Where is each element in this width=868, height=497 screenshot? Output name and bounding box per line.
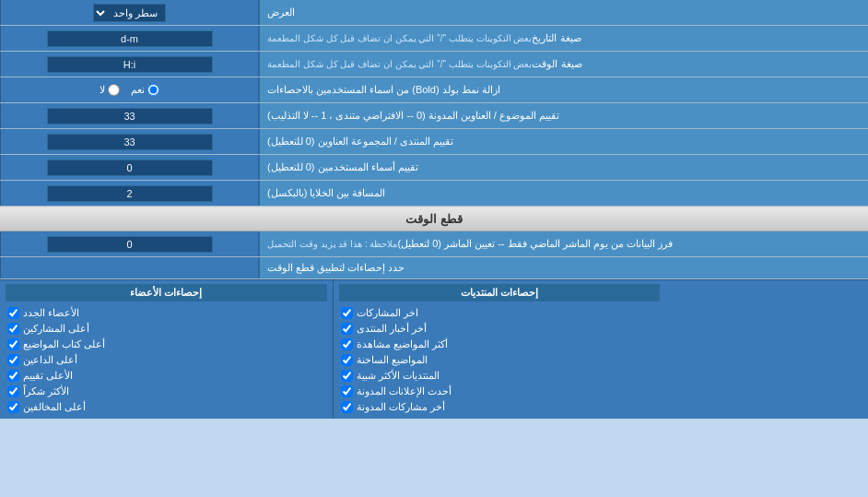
display-row: العرض سطر واحد سطران <box>0 0 868 26</box>
cutoff-label: فرز البيانات من يوم الماشر الماضي فقط --… <box>258 231 868 256</box>
forum-group-row: تقييم المنتدى / المجموعة العناوين (0 للت… <box>0 129 868 155</box>
topic-title-input[interactable] <box>47 108 213 124</box>
date-format-label: صيغة التاريخ بعض التكوينات يتطلب "/" الت… <box>258 26 868 51</box>
cb-top-inviters: أعلى الداعين <box>6 352 327 368</box>
forum-group-label: تقييم المنتدى / المجموعة العناوين (0 للت… <box>258 129 868 154</box>
time-format-row: صيغة الوقت بعض التكوينات يتطلب "/" التي … <box>0 52 868 77</box>
cb-most-viewed-input[interactable] <box>341 338 353 350</box>
cb-top-topic-writers: أعلى كتاب المواضيع <box>6 337 327 352</box>
cb-similar-forums-input[interactable] <box>341 370 353 382</box>
cb-last-posts: اخر المشاركات <box>339 305 661 321</box>
cb-top-violators: أعلى المخالفين <box>6 399 327 415</box>
distance-input[interactable] <box>47 185 213 202</box>
cutoff-row: فرز البيانات من يوم الماشر الماضي فقط --… <box>0 231 868 257</box>
display-input-cell: سطر واحد سطران <box>0 0 258 25</box>
distance-label: المسافة بين الخلايا (بالبكسل) <box>258 181 868 206</box>
cb-most-thanks-input[interactable] <box>7 385 19 397</box>
bold-remove-label: ازالة نمط بولد (Bold) من اسماء المستخدمي… <box>258 77 868 102</box>
stats-apply-label: حدد إحصاءات لتطبيق قطع الوقت <box>258 257 868 278</box>
cb-similar-forums: المنتديات الأكثر شبية <box>339 368 661 384</box>
date-format-row: صيغة التاريخ بعض التكوينات يتطلب "/" الت… <box>0 26 868 52</box>
main-container: العرض سطر واحد سطران صيغة التاريخ بعض ال… <box>0 0 868 419</box>
usernames-input-cell <box>0 155 258 180</box>
cb-top-topic-writers-input[interactable] <box>7 338 19 350</box>
cb-top-inviters-input[interactable] <box>7 354 19 366</box>
cb-hot-topics: المواضيع الساخنة <box>339 352 661 368</box>
stats-apply-row: حدد إحصاءات لتطبيق قطع الوقت <box>0 257 868 279</box>
cb-last-posts-input[interactable] <box>341 307 353 319</box>
usernames-input[interactable] <box>47 160 213 176</box>
display-label: العرض <box>258 0 868 25</box>
topic-title-label: تقييم الموضوع / العناوين المدونة (0 -- ا… <box>258 103 868 128</box>
time-format-input[interactable] <box>47 56 213 73</box>
radio-yes[interactable] <box>147 84 159 96</box>
stats-forums-column: إحصاءات المنتديات اخر المشاركات أخر أخبا… <box>333 280 666 419</box>
usernames-label: تقييم أسماء المستخدمين (0 للتعطيل) <box>258 155 868 180</box>
radio-no[interactable] <box>108 84 120 96</box>
cb-forum-news-input[interactable] <box>341 323 353 335</box>
time-format-input-cell <box>0 52 258 77</box>
stats-empty-col <box>665 280 868 419</box>
cb-top-posters-input[interactable] <box>7 323 19 335</box>
cb-most-viewed: أكثر المواضيع مشاهدة <box>339 337 661 352</box>
forum-group-input-cell <box>0 129 258 154</box>
cb-blog-posts: أخر مشاركات المدونة <box>339 399 661 415</box>
time-format-label: صيغة الوقت بعض التكوينات يتطلب "/" التي … <box>258 52 868 77</box>
cb-latest-announcements-input[interactable] <box>341 385 353 397</box>
stats-forums-title: إحصاءات المنتديات <box>339 284 661 302</box>
radio-yes-label[interactable]: نعم <box>131 84 159 96</box>
cutoff-input[interactable] <box>47 236 213 253</box>
distance-input-cell <box>0 181 258 206</box>
radio-no-label[interactable]: لا <box>100 84 120 96</box>
bold-remove-row: ازالة نمط بولد (Bold) من اسماء المستخدمي… <box>0 77 868 103</box>
distance-row: المسافة بين الخلايا (بالبكسل) <box>0 181 868 207</box>
date-format-input-cell <box>0 26 258 51</box>
cb-hot-topics-input[interactable] <box>341 354 353 366</box>
stats-columns-wrapper: إحصاءات المنتديات اخر المشاركات أخر أخبا… <box>0 279 868 419</box>
cb-new-members-input[interactable] <box>7 307 19 319</box>
forum-group-input[interactable] <box>47 134 213 150</box>
topic-title-row: تقييم الموضوع / العناوين المدونة (0 -- ا… <box>0 103 868 129</box>
cb-latest-announcements: أحدث الإعلانات المدونة <box>339 384 661 399</box>
cutoff-section-header: قطع الوقت <box>0 207 868 231</box>
cb-top-violators-input[interactable] <box>7 401 19 413</box>
cb-top-posters: أعلى المشاركين <box>6 321 327 337</box>
cb-forum-news: أخر أخبار المنتدى <box>339 321 661 337</box>
cb-blog-posts-input[interactable] <box>341 401 353 413</box>
topic-title-input-cell <box>0 103 258 128</box>
bold-remove-input-cell: نعم لا <box>0 77 258 102</box>
stats-members-column: إحصاءات الأعضاء الأعضاء الجدد أعلى المشا… <box>0 280 333 419</box>
stats-members-title: إحصاءات الأعضاء <box>6 284 327 302</box>
cb-top-rated-input[interactable] <box>7 370 19 382</box>
usernames-row: تقييم أسماء المستخدمين (0 للتعطيل) <box>0 155 868 181</box>
display-select[interactable]: سطر واحد سطران <box>93 4 166 22</box>
cutoff-input-cell <box>0 231 258 256</box>
cb-new-members: الأعضاء الجدد <box>6 305 327 321</box>
bold-radio-group: نعم لا <box>92 84 167 96</box>
cb-top-rated: الأعلى تقييم <box>6 368 327 384</box>
cb-most-thanks: الأكثر شكراً <box>6 384 327 399</box>
date-format-input[interactable] <box>47 30 213 47</box>
